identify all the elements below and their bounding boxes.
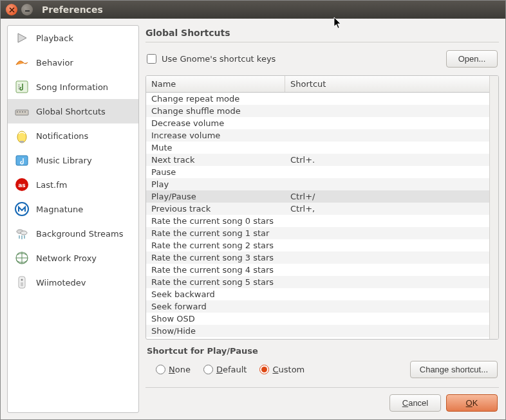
table-row[interactable]: Show/Hide	[146, 325, 489, 337]
titlebar[interactable]: Preferences	[1, 1, 505, 19]
cell-name: Previous track	[146, 203, 285, 214]
sidebar-item-label: Last.fm	[36, 180, 67, 190]
svg-rect-7	[20, 141, 24, 143]
column-name[interactable]: Name	[146, 76, 285, 92]
cell-name: Seek backward	[146, 289, 285, 300]
window-minimize-button[interactable]	[21, 4, 33, 15]
cell-shortcut: Ctrl+,	[285, 203, 489, 214]
cell-name: Pause	[146, 167, 285, 178]
cell-shortcut: Ctrl+/	[285, 191, 489, 202]
window-title: Preferences	[42, 5, 103, 15]
table-row[interactable]: Seek backward	[146, 288, 489, 300]
table-row[interactable]: Mute	[146, 142, 489, 154]
radio-none[interactable]: None	[156, 365, 191, 374]
radio-row: None Default Custom Change shortcut...	[147, 361, 498, 378]
cell-shortcut	[285, 240, 489, 251]
behavior-icon	[14, 55, 30, 70]
table-row[interactable]: Next trackCtrl+.	[146, 154, 489, 166]
table-row[interactable]: Play/PauseCtrl+/	[146, 190, 489, 203]
cell-name: Increase volume	[146, 130, 285, 141]
sidebar-item-playback[interactable]: Playback	[8, 26, 138, 50]
sidebar-item-song-info[interactable]: Song Information	[8, 75, 138, 99]
sidebar[interactable]: PlaybackBehaviorSong InformationGlobal S…	[7, 25, 139, 413]
table-row[interactable]: Increase volume	[146, 129, 489, 142]
cell-name: Play/Pause	[146, 191, 285, 202]
preferences-window: Preferences PlaybackBehaviorSong Informa…	[0, 0, 506, 420]
sidebar-item-music-library[interactable]: Music Library	[8, 148, 138, 172]
table-row[interactable]: Rate the current song 2 stars	[146, 239, 489, 251]
use-gnome-checkbox-row[interactable]: Use Gnome's shortcut keys	[147, 54, 276, 64]
table-row[interactable]: Rate the current song 4 stars	[146, 264, 489, 276]
cell-shortcut	[285, 105, 489, 116]
radio-custom-input[interactable]	[259, 365, 269, 374]
radio-none-input[interactable]	[156, 365, 165, 374]
open-button[interactable]: Open...	[446, 50, 498, 68]
radio-custom[interactable]: Custom	[259, 365, 305, 374]
table-row[interactable]: Decrease volume	[146, 117, 489, 129]
sidebar-item-background-streams[interactable]: Background Streams	[8, 221, 138, 246]
column-shortcut[interactable]: Shortcut	[285, 76, 489, 92]
sidebar-item-notifications[interactable]: Notifications	[8, 123, 138, 148]
table-row[interactable]: Change shuffle mode	[146, 105, 489, 117]
svg-point-13	[21, 231, 27, 235]
svg-text:as: as	[18, 182, 25, 188]
playback-icon	[14, 30, 30, 46]
cell-name: Mute	[146, 142, 285, 153]
sidebar-item-global-shortcuts[interactable]: Global Shortcuts	[8, 99, 138, 123]
sidebar-item-label: Playback	[36, 33, 73, 43]
content-area: PlaybackBehaviorSong InformationGlobal S…	[1, 19, 505, 419]
shortcut-for-heading: Shortcut for Play/Pause	[147, 346, 498, 356]
cancel-button[interactable]: Cancel	[389, 394, 441, 412]
table-row[interactable]: Rate the current song 5 stars	[146, 276, 489, 288]
radio-default[interactable]: Default	[203, 365, 247, 374]
radio-default-input[interactable]	[203, 365, 213, 374]
table-row[interactable]: Show OSD	[146, 313, 489, 325]
svg-rect-5	[24, 111, 26, 113]
cell-shortcut	[285, 252, 489, 263]
use-gnome-checkbox[interactable]	[147, 54, 156, 64]
cell-shortcut	[285, 167, 489, 178]
sidebar-item-lastfm[interactable]: asLast.fm	[8, 172, 138, 197]
cell-name: Seek forward	[146, 301, 285, 312]
change-shortcut-button[interactable]: Change shortcut...	[410, 361, 498, 378]
table-row[interactable]: Change repeat mode	[146, 93, 489, 105]
table-row[interactable]: Rate the current song 0 stars	[146, 215, 489, 227]
cell-name: Rate the current song 2 stars	[146, 240, 285, 251]
sidebar-item-wiimotedev[interactable]: Wiimotedev	[8, 270, 138, 295]
lastfm-icon: as	[14, 177, 30, 192]
cell-name: Show/Hide	[146, 325, 285, 336]
global-shortcuts-icon	[14, 104, 30, 119]
cell-name: Change shuffle mode	[146, 105, 285, 116]
window-close-button[interactable]	[6, 4, 17, 15]
cell-name: Rate the current song 0 stars	[146, 215, 285, 226]
svg-rect-4	[22, 111, 23, 113]
cell-shortcut	[285, 142, 489, 153]
cell-shortcut	[285, 215, 489, 226]
sidebar-item-network-proxy[interactable]: Network Proxy	[8, 246, 138, 270]
table-row[interactable]: Previous trackCtrl+,	[146, 203, 489, 215]
sidebar-item-label: Background Streams	[36, 229, 124, 239]
cell-name: Next track	[146, 154, 285, 165]
background-streams-icon	[14, 226, 30, 241]
table-row[interactable]: Rate the current song 1 star	[146, 227, 489, 239]
svg-rect-17	[21, 282, 23, 286]
scrollbar[interactable]	[489, 76, 498, 339]
cell-shortcut	[285, 93, 489, 104]
table-row[interactable]: Rate the current song 3 stars	[146, 251, 489, 264]
sidebar-item-magnatune[interactable]: Magnatune	[8, 197, 138, 221]
cell-shortcut	[285, 228, 489, 239]
music-library-icon	[14, 152, 30, 168]
notifications-icon	[14, 128, 30, 143]
table-header: Name Shortcut	[146, 76, 489, 93]
cell-shortcut	[285, 301, 489, 312]
table-row[interactable]: Play	[146, 178, 489, 190]
ok-button[interactable]: OK	[446, 394, 498, 412]
network-proxy-icon	[14, 250, 30, 266]
table-body[interactable]: Change repeat modeChange shuffle modeDec…	[146, 93, 489, 339]
song-info-icon	[14, 79, 30, 95]
table-row[interactable]: Pause	[146, 166, 489, 178]
cell-shortcut	[285, 130, 489, 141]
sidebar-item-behavior[interactable]: Behavior	[8, 50, 138, 75]
table-row[interactable]: Seek forward	[146, 300, 489, 313]
wiimotedev-icon	[14, 275, 30, 290]
